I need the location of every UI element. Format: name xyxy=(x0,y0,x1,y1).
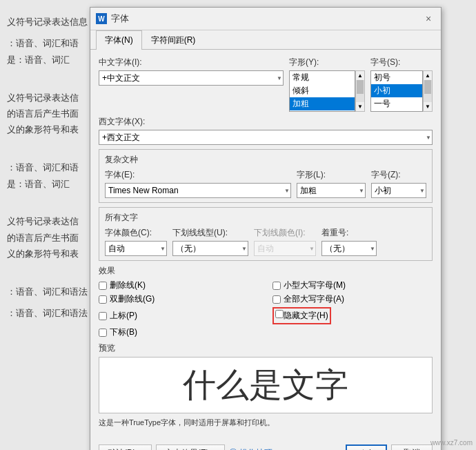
size-cn-listbox: 初号 小初 一号 xyxy=(370,70,423,112)
underline-type-select-wrapper: （无） ▼ xyxy=(172,241,248,256)
western-font-select[interactable]: +西文正文 xyxy=(99,130,433,145)
underline-type-select[interactable]: （无） xyxy=(172,241,248,256)
complex-style-select-wrapper: 加粗 ▼ xyxy=(297,183,366,198)
strikethrough-checkbox[interactable] xyxy=(99,282,107,290)
effect-superscript: 上标(P) xyxy=(99,307,259,324)
underline-color-group: 下划线颜色(I): 自动 ▼ xyxy=(254,227,316,256)
underline-color-select[interactable]: 自动 xyxy=(254,241,316,256)
complex-style-group: 字形(L): 加粗 ▼ xyxy=(297,169,366,198)
complex-font-label: 字体(E): xyxy=(105,169,291,181)
hidden-text-label: 隐藏文字(H) xyxy=(284,310,328,322)
all-caps-label: 全部大写字母(A) xyxy=(284,293,344,305)
effects-grid: 删除线(K) 小型大写字母(M) 双删除线(G) 全部大写字母(A) 上标(P) xyxy=(99,280,433,338)
tabs-bar: 字体(N) 字符间距(R) xyxy=(90,30,441,50)
all-text-title: 所有文字 xyxy=(105,212,426,224)
all-text-section: 所有文字 字体颜色(C): 自动 ▼ 下划线线型(U): （无） xyxy=(99,207,433,261)
cancel-button[interactable]: 取消 xyxy=(391,444,433,450)
chinese-font-group: 中文字体(I): +中文正文 ▼ xyxy=(99,57,284,112)
size-item-yi[interactable]: 一号 xyxy=(371,97,422,110)
effects-title: 效果 xyxy=(99,265,433,277)
chinese-font-select[interactable]: +中文正文 xyxy=(99,70,284,86)
style-group: 字形(Y): 常规 倾斜 加粗 ▲ ▼ xyxy=(289,57,365,112)
style-item-italic[interactable]: 倾斜 xyxy=(290,84,355,97)
underline-color-label: 下划线颜色(I): xyxy=(254,227,316,239)
western-font-label: 西文字体(X): xyxy=(99,116,433,128)
double-strikethrough-label: 双删除线(G) xyxy=(110,293,155,305)
style-item-bold[interactable]: 加粗 xyxy=(290,97,355,110)
small-caps-label: 小型大写字母(M) xyxy=(284,280,346,291)
dialog-footer: 默认(D)... 文本效果(E)... ⓘ 操作技巧 确定 取消 xyxy=(90,440,441,450)
dialog-app-icon: W xyxy=(96,13,107,24)
style-scroll-track xyxy=(356,80,364,102)
all-text-row: 字体颜色(C): 自动 ▼ 下划线线型(U): （无） ▼ xyxy=(105,227,426,256)
style-label: 字形(Y): xyxy=(289,57,365,68)
superscript-checkbox[interactable] xyxy=(99,312,107,320)
emphasis-label: 着重号: xyxy=(321,227,377,239)
effect-double-strikethrough: 双删除线(G) xyxy=(99,293,259,305)
size-item-xiaochu[interactable]: 小初 xyxy=(371,84,422,97)
watermark: www.xz7.com xyxy=(430,439,473,447)
western-font-group: 西文字体(X): +西文正文 ▼ xyxy=(99,116,433,145)
complex-style-label: 字形(L): xyxy=(297,169,366,181)
style-scroll-down[interactable]: ▼ xyxy=(356,102,364,111)
tab-char-spacing[interactable]: 字符间距(R) xyxy=(142,30,205,50)
underline-type-label: 下划线线型(U): xyxy=(172,227,248,239)
subscript-checkbox[interactable] xyxy=(99,329,107,337)
font-color-group: 字体颜色(C): 自动 ▼ xyxy=(105,227,167,256)
underline-type-group: 下划线线型(U): （无） ▼ xyxy=(172,227,248,256)
small-caps-checkbox[interactable] xyxy=(272,282,281,290)
font-dialog: W 字体 × 字体(N) 字符间距(R) 中文字体(I): +中文正文 ▼ xyxy=(90,7,442,450)
font-color-select-wrapper: 自动 ▼ xyxy=(105,241,167,256)
chinese-font-label: 中文字体(I): xyxy=(99,57,284,68)
subscript-label: 下标(B) xyxy=(110,326,137,338)
dialog-close-button[interactable]: × xyxy=(422,12,435,26)
strikethrough-label: 删除线(K) xyxy=(110,280,146,291)
style-listbox-container: 常规 倾斜 加粗 ▲ ▼ xyxy=(289,70,365,112)
complex-size-select-wrapper: 小初 ▼ xyxy=(371,183,426,198)
tips-link[interactable]: ⓘ 操作技巧 xyxy=(229,444,272,450)
size-cn-scroll-track xyxy=(424,80,432,102)
effect-all-caps: 全部大写字母(A) xyxy=(272,293,433,305)
complex-size-label: 字号(Z): xyxy=(371,169,426,181)
preview-section-title: 预览 xyxy=(99,342,433,354)
complex-font-select[interactable]: Times New Roman xyxy=(105,183,291,198)
size-cn-scroll-down[interactable]: ▼ xyxy=(424,102,432,111)
emphasis-select[interactable]: （无） xyxy=(321,241,377,256)
dialog-titlebar: W 字体 × xyxy=(90,8,441,30)
style-item-regular[interactable]: 常规 xyxy=(290,71,355,84)
effect-hidden-wrapper: 隐藏文字(H) xyxy=(272,307,433,324)
complex-size-select[interactable]: 小初 xyxy=(371,183,426,198)
effect-strikethrough: 删除线(K) xyxy=(99,280,259,291)
all-caps-checkbox[interactable] xyxy=(272,295,281,304)
dialog-body: 中文字体(I): +中文正文 ▼ 字形(Y): 常规 倾斜 加粗 xyxy=(90,50,441,440)
effect-small-caps: 小型大写字母(M) xyxy=(272,280,433,291)
font-color-select[interactable]: 自动 xyxy=(105,241,167,256)
size-cn-label: 字号(S): xyxy=(370,57,433,68)
chinese-font-select-wrapper: +中文正文 ▼ xyxy=(99,70,284,86)
ok-button[interactable]: 确定 xyxy=(346,444,387,450)
style-scrollbar[interactable]: ▲ ▼ xyxy=(355,70,365,112)
tab-font[interactable]: 字体(N) xyxy=(96,30,142,50)
hidden-text-checkbox[interactable] xyxy=(275,310,284,318)
font-color-label: 字体颜色(C): xyxy=(105,227,167,239)
default-button[interactable]: 默认(D)... xyxy=(99,444,152,450)
western-font-select-wrapper: +西文正文 ▼ xyxy=(99,130,433,145)
size-cn-scroll-up[interactable]: ▲ xyxy=(424,71,432,80)
complex-size-group: 字号(Z): 小初 ▼ xyxy=(371,169,426,198)
style-scroll-thumb xyxy=(357,80,364,94)
size-cn-scrollbar[interactable]: ▲ ▼ xyxy=(423,70,433,112)
complex-section: 复杂文种 字体(E): Times New Roman ▼ 字形(L): xyxy=(99,149,433,203)
complex-font-group: 字体(E): Times New Roman ▼ xyxy=(105,169,291,198)
superscript-label: 上标(P) xyxy=(110,310,137,322)
complex-section-row: 字体(E): Times New Roman ▼ 字形(L): 加粗 xyxy=(105,169,426,198)
cn-font-row: 中文字体(I): +中文正文 ▼ 字形(Y): 常规 倾斜 加粗 xyxy=(99,57,433,112)
preview-hint: 这是一种TrueType字体，同时适用于屏幕和打印机。 xyxy=(99,418,433,428)
complex-style-select[interactable]: 加粗 xyxy=(297,183,366,198)
style-scroll-up[interactable]: ▲ xyxy=(356,71,364,80)
text-effect-button[interactable]: 文本效果(E)... xyxy=(156,444,225,450)
double-strikethrough-checkbox[interactable] xyxy=(99,295,107,304)
complex-section-title: 复杂文种 xyxy=(105,154,426,166)
size-item-chu[interactable]: 初号 xyxy=(371,71,422,84)
preview-section: 什么是文字 xyxy=(99,357,433,413)
effects-section: 效果 删除线(K) 小型大写字母(M) 双删除线(G) 全部大写字母(A) xyxy=(99,265,433,338)
